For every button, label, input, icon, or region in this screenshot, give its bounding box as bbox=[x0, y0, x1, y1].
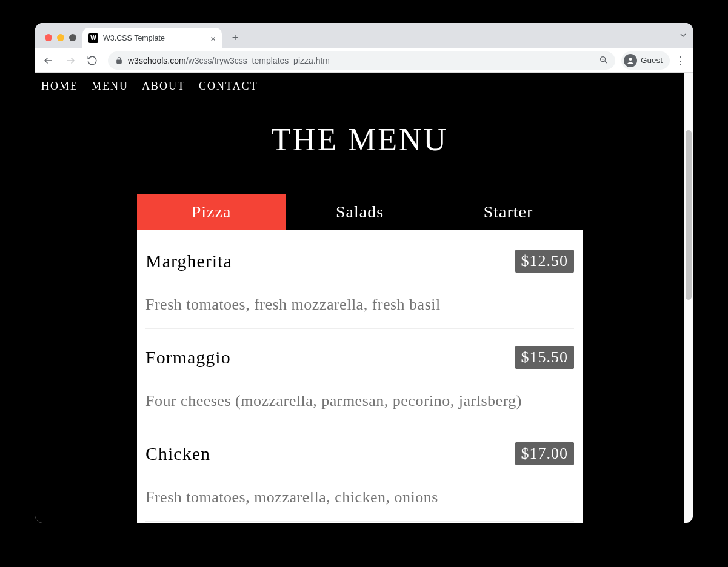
item-price: $17.00 bbox=[515, 442, 575, 465]
menu-tabs: Pizza Salads Starter bbox=[137, 194, 583, 230]
avatar-icon bbox=[624, 54, 637, 67]
window-dropdown[interactable] bbox=[678, 23, 688, 48]
item-desc: Fresh tomatoes, mozzarella, chicken, oni… bbox=[145, 488, 574, 506]
tab-pizza[interactable]: Pizza bbox=[137, 194, 286, 230]
tab-favicon: W bbox=[88, 33, 98, 43]
reload-button[interactable] bbox=[82, 51, 102, 70]
menu-item: Pineapple'o'clock $16.50 bbox=[145, 522, 574, 523]
browser-toolbar: w3schools.com/w3css/tryw3css_templates_p… bbox=[35, 48, 693, 73]
nav-about[interactable]: ABOUT bbox=[142, 80, 185, 93]
page-title: THE MENU bbox=[35, 122, 684, 158]
menu-container: Pizza Salads Starter Margherita $12.50 F… bbox=[137, 194, 583, 523]
browser-tab[interactable]: W W3.CSS Template × bbox=[82, 28, 222, 48]
page-viewport: HOME MENU ABOUT CONTACT THE MENU Pizza S… bbox=[35, 73, 684, 523]
address-bar[interactable]: w3schools.com/w3css/tryw3css_templates_p… bbox=[108, 51, 615, 70]
svg-point-5 bbox=[629, 58, 632, 61]
scrollbar-thumb[interactable] bbox=[686, 130, 692, 300]
profile-chip[interactable]: Guest bbox=[621, 51, 670, 70]
scrollbar-track[interactable] bbox=[684, 73, 693, 523]
url-host: w3schools.com bbox=[128, 56, 186, 65]
menu-item: Chicken $17.00 Fresh tomatoes, mozzarell… bbox=[145, 425, 574, 522]
tab-strip: W W3.CSS Template × + bbox=[35, 23, 693, 48]
item-name: Chicken bbox=[145, 443, 210, 464]
new-tab-button[interactable]: + bbox=[227, 29, 244, 46]
menu-panel: Margherita $12.50 Fresh tomatoes, fresh … bbox=[137, 230, 583, 523]
item-name: Margherita bbox=[145, 251, 232, 271]
nav-home[interactable]: HOME bbox=[41, 80, 78, 93]
browser-window: W W3.CSS Template × + w3schools.com/w3cs… bbox=[35, 23, 693, 523]
menu-item: Formaggio $15.50 Four cheeses (mozzarell… bbox=[145, 329, 574, 425]
item-price: $12.50 bbox=[515, 250, 575, 273]
item-desc: Four cheeses (mozzarella, parmesan, peco… bbox=[145, 392, 574, 410]
item-desc: Fresh tomatoes, fresh mozzarella, fresh … bbox=[145, 296, 574, 314]
nav-contact[interactable]: CONTACT bbox=[199, 80, 258, 93]
item-name: Formaggio bbox=[145, 347, 231, 368]
url-text: w3schools.com/w3css/tryw3css_templates_p… bbox=[128, 56, 330, 65]
window-zoom-button[interactable] bbox=[69, 34, 76, 41]
tab-starter[interactable]: Starter bbox=[434, 194, 583, 230]
browser-menu-button[interactable]: ⋮ bbox=[672, 54, 689, 67]
back-button[interactable] bbox=[39, 51, 58, 70]
viewport-wrap: HOME MENU ABOUT CONTACT THE MENU Pizza S… bbox=[35, 73, 693, 523]
window-traffic-lights bbox=[45, 34, 76, 41]
window-close-button[interactable] bbox=[45, 34, 52, 41]
profile-label: Guest bbox=[641, 56, 663, 65]
page-content: HOME MENU ABOUT CONTACT THE MENU Pizza S… bbox=[35, 73, 684, 523]
lock-icon bbox=[115, 56, 123, 64]
site-nav: HOME MENU ABOUT CONTACT bbox=[35, 73, 684, 101]
forward-button[interactable] bbox=[61, 51, 80, 70]
nav-menu[interactable]: MENU bbox=[92, 80, 129, 93]
tab-salads[interactable]: Salads bbox=[286, 194, 434, 230]
item-price: $15.50 bbox=[515, 346, 575, 369]
tab-close-button[interactable]: × bbox=[210, 33, 216, 44]
url-path: /w3css/tryw3css_templates_pizza.htm bbox=[186, 56, 330, 65]
menu-item: Margherita $12.50 Fresh tomatoes, fresh … bbox=[145, 233, 574, 329]
chevron-down-icon bbox=[678, 30, 688, 42]
svg-line-3 bbox=[605, 61, 607, 62]
tab-title: W3.CSS Template bbox=[103, 34, 165, 42]
window-minimize-button[interactable] bbox=[57, 34, 64, 41]
zoom-icon[interactable] bbox=[599, 55, 608, 66]
